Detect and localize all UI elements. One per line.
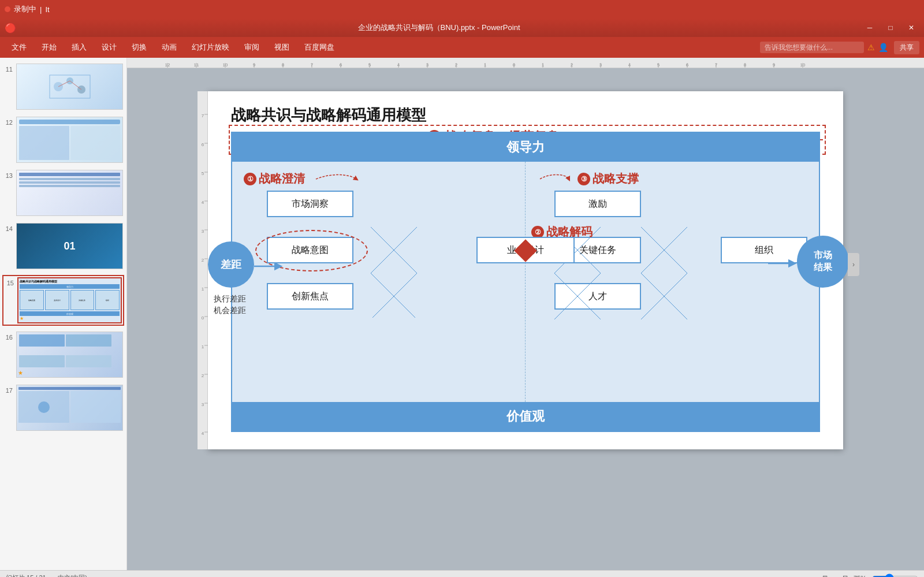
slide-num-12: 12 <box>3 119 13 126</box>
topbar-separator: | <box>40 5 42 14</box>
svg-text:2: 2 <box>202 258 204 263</box>
content-area: ① 战略澄清 市场洞察 战略意图 <box>232 162 819 402</box>
slide-num-13: 13 <box>3 172 13 179</box>
talent-text: 人才 <box>588 291 607 303</box>
svg-text:3: 3 <box>202 402 204 407</box>
svg-line-55 <box>371 227 417 273</box>
svg-text:2: 2 <box>202 373 204 378</box>
svg-line-62 <box>641 227 687 273</box>
title-bar: 🔴 企业的战略共识与解码（BNU).pptx - PowerPoint ─ □ … <box>0 18 924 37</box>
svg-text:5: 5 <box>202 171 204 176</box>
slide-preview-17 <box>16 385 123 431</box>
menu-slideshow[interactable]: 幻灯片放映 <box>185 40 236 55</box>
titlebar-left: 🔴 <box>5 23 16 33</box>
slide-thumb-15[interactable]: 15 战略共识与战略解码通用模型 领导力 战略意图 业务设计 关键任务 组织 价… <box>2 275 124 326</box>
market-result-arrow <box>768 258 797 271</box>
step3-text: 战略支撑 <box>593 171 639 187</box>
menu-review[interactable]: 审阅 <box>237 40 266 55</box>
menu-baidu[interactable]: 百度网盘 <box>297 40 341 55</box>
innovation-focus-box: 创新焦点 <box>267 283 353 310</box>
ruler-top: 12 11 10 9 8 7 6 5 4 3 2 1 0 1 2 3 4 <box>127 58 924 68</box>
organization-text: 组织 <box>755 244 773 256</box>
svg-text:6: 6 <box>202 142 204 147</box>
opportunity-gap-text: 机会差距 <box>214 305 246 317</box>
language: 中文(中国) <box>58 574 87 577</box>
menu-design[interactable]: 设计 <box>95 40 124 55</box>
incentive-box: 激励 <box>554 191 641 217</box>
slide-num-11: 11 <box>3 66 13 73</box>
minimize-button[interactable]: ─ <box>862 22 878 33</box>
slide-panel: 11 12 13 <box>0 58 127 570</box>
slide-num-14: 14 <box>3 225 13 232</box>
slide-thumb-17[interactable]: 17 <box>2 384 124 432</box>
menu-home[interactable]: 开始 <box>35 40 64 55</box>
slide-thumb-11[interactable]: 11 <box>2 62 124 111</box>
slide-preview-15: 战略共识与战略解码通用模型 领导力 战略意图 业务设计 关键任务 组织 价值观 … <box>17 277 122 323</box>
svg-text:3: 3 <box>202 229 204 234</box>
market-result-text: 市场 结果 <box>814 250 832 274</box>
gap-text: 差距 <box>221 258 241 271</box>
gap-arrow <box>254 260 283 274</box>
slide-thumb-16[interactable]: 16 ★ <box>2 330 124 379</box>
menu-animations[interactable]: 动画 <box>155 40 184 55</box>
slide-thumb-12[interactable]: 12 <box>2 116 124 164</box>
ruler-svg: 12 11 10 9 8 7 6 5 4 3 2 1 0 1 2 3 4 <box>139 58 832 68</box>
step3-arrow <box>537 173 572 185</box>
gap-labels: 执行差距 机会差距 <box>214 293 246 316</box>
main-frame: 领导力 价值观 ① 战略澄清 <box>231 132 820 432</box>
view-icon3[interactable]: ⊟ <box>843 574 848 577</box>
leadership-text: 领导力 <box>506 139 545 156</box>
slide-thumb-14[interactable]: 14 01 <box>2 222 124 270</box>
zoom-slider[interactable] <box>872 574 918 578</box>
view-normal-btn[interactable]: ⊞ <box>822 574 828 577</box>
exec-gap-text: 执行差距 <box>214 293 246 305</box>
slide-preview-14: 01 <box>16 223 123 269</box>
svg-line-56 <box>371 273 417 318</box>
svg-text:1: 1 <box>202 286 204 292</box>
app-icon: 🔴 <box>5 23 16 33</box>
record-dot <box>5 6 10 12</box>
step3-label-container: ③ 战略支撑 <box>537 171 639 187</box>
canvas-area: 12 11 10 9 8 7 6 5 4 3 2 1 0 1 2 3 4 <box>127 58 924 570</box>
record-bar: 录制中 | It <box>0 0 924 18</box>
values-text: 价值观 <box>506 408 545 425</box>
topbar-logo: It <box>45 5 49 14</box>
slide-thumb-13[interactable]: 13 <box>2 169 124 217</box>
share-button[interactable]: 共享 <box>894 41 919 54</box>
menu-transitions[interactable]: 切换 <box>125 40 154 55</box>
slide-num-15: 15 <box>5 280 14 286</box>
view-icon2[interactable]: ≡ <box>833 575 837 578</box>
account-icon: 👤 <box>878 43 888 52</box>
slide-num-16: 16 <box>3 334 13 341</box>
slide-preview-13 <box>16 170 123 216</box>
slide-preview-11 <box>16 64 123 110</box>
window-controls: ─ □ ✕ <box>862 22 919 33</box>
svg-line-57 <box>371 273 417 318</box>
market-insight-text: 市场洞察 <box>292 198 329 210</box>
innovation-focus-text: 创新焦点 <box>292 291 329 303</box>
svg-text:0: 0 <box>202 315 204 321</box>
svg-text:1: 1 <box>202 344 204 349</box>
slide-info: 幻灯片 15 / 21 <box>6 574 46 577</box>
menu-file[interactable]: 文件 <box>5 40 33 55</box>
step1-num: ① <box>244 173 256 185</box>
menu-view[interactable]: 视图 <box>267 40 296 55</box>
collapse-handle[interactable]: › <box>848 253 859 276</box>
svg-line-54 <box>371 227 417 273</box>
key-task-text: 关键任务 <box>579 244 616 256</box>
slide-title: 战略共识与战略解码通用模型 <box>231 105 426 125</box>
close-button[interactable]: ✕ <box>903 22 919 33</box>
market-insight-box: 市场洞察 <box>267 191 353 217</box>
maximize-button[interactable]: □ <box>882 22 899 33</box>
menu-insert[interactable]: 插入 <box>65 40 94 55</box>
status-bar: 幻灯片 15 / 21 中文(中国) ⊞ ≡ ⊟ 75% <box>0 570 924 577</box>
slide-canvas: 战略共识与战略解码通用模型 ④ 战略复盘（经营复盘） 领导力 价值观 <box>208 91 843 449</box>
step1-text: 战略澄清 <box>259 171 305 187</box>
slide-preview-12 <box>16 117 123 163</box>
menu-bar: 文件 开始 插入 设计 切换 动画 幻灯片放映 审阅 视图 百度网盘 ⚠ 👤 共… <box>0 37 924 58</box>
warning-icon: ⚠ <box>867 43 875 52</box>
search-input[interactable] <box>760 42 864 53</box>
talent-box: 人才 <box>554 283 641 310</box>
left-half: ① 战略澄清 市场洞察 战略意图 <box>232 162 526 402</box>
svg-text:7: 7 <box>202 113 204 118</box>
